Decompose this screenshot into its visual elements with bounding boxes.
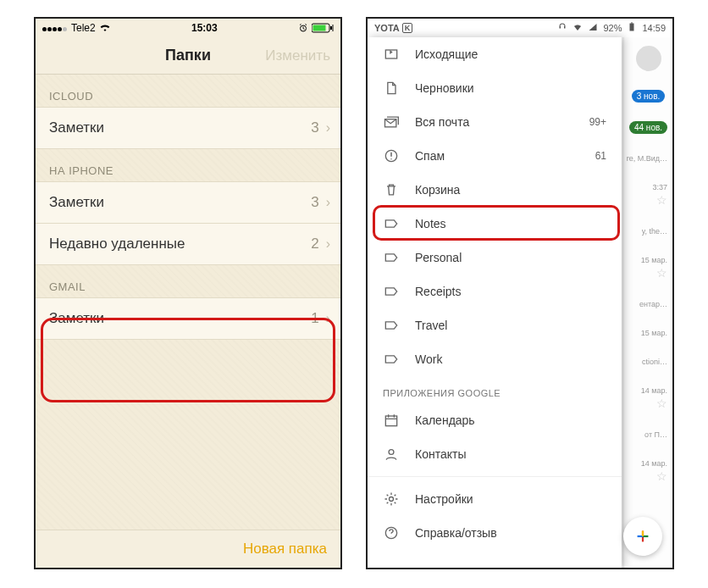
signal-dots-icon [42, 22, 68, 34]
drawer-label: Контакты [415, 447, 606, 461]
clock-label: 15:03 [191, 22, 218, 34]
drawer-label: Черновики [415, 81, 606, 95]
label-icon [383, 351, 400, 368]
spam-icon [383, 147, 400, 164]
folder-label: Недавно удаленные [49, 236, 311, 252]
drawer-count: 99+ [589, 116, 606, 128]
svg-rect-2 [313, 25, 325, 31]
folder-iphone-deleted[interactable]: Недавно удаленные 2 › [36, 223, 340, 265]
star-icon: ☆ [656, 397, 667, 410]
label-icon [383, 215, 400, 232]
drawer-label: Корзина [415, 183, 606, 197]
battery-percent: 92% [603, 23, 622, 33]
clock-label: 14:59 [642, 23, 666, 33]
divider [368, 476, 622, 477]
chevron-right-icon: › [326, 120, 330, 136]
folder-count: 3 [311, 194, 318, 211]
trash-icon [383, 181, 400, 198]
drawer-item-trash[interactable]: Корзина [368, 173, 622, 207]
drawer-header-apps: ПРИЛОЖЕНИЯ GOOGLE [368, 376, 622, 403]
label-icon [383, 249, 400, 266]
drawer-label: Справка/отзыв [415, 526, 606, 540]
star-icon: ☆ [656, 266, 667, 280]
drawer-item-drafts[interactable]: Черновики [368, 71, 622, 105]
svg-point-10 [389, 450, 394, 455]
drawer-label: Personal [415, 251, 606, 264]
drawer-item-calendar[interactable]: Календарь [368, 403, 622, 437]
svg-rect-4 [630, 24, 634, 31]
folder-count: 1 [311, 310, 318, 327]
svg-rect-9 [385, 416, 396, 426]
star-icon: ☆ [656, 193, 667, 207]
drawer-label: Вся почта [415, 115, 574, 129]
compose-fab[interactable] [623, 517, 662, 556]
k-icon: K [402, 23, 413, 33]
android-status-bar: YOTA K 92% 14:59 [368, 19, 672, 37]
battery-icon [627, 22, 637, 34]
label-icon [383, 317, 400, 334]
chevron-right-icon: › [326, 236, 330, 252]
svg-point-11 [390, 497, 394, 502]
signal-icon [588, 22, 598, 34]
chevron-right-icon: › [326, 311, 330, 326]
draft-icon [383, 80, 400, 97]
drawer-label: Travel [415, 319, 606, 332]
section-header-gmail: GMAIL [36, 265, 340, 298]
drawer-item-notes[interactable]: Notes [368, 207, 622, 241]
drawer-item-receipts[interactable]: Receipts [368, 275, 622, 308]
wifi-icon [572, 22, 583, 34]
label-icon [383, 283, 400, 300]
drawer-count: 61 [595, 150, 606, 162]
drawer-item-outbox[interactable]: Исходящие [368, 37, 622, 71]
edit-button[interactable]: Изменить [265, 47, 330, 64]
drawer-label: Спам [415, 149, 580, 163]
gmail-drawer-screen: YOTA K 92% 14:59 3 нов. 44 нов. re, М.Ви [366, 17, 674, 569]
drawer-label: Исходящие [415, 47, 606, 61]
folder-label: Заметки [49, 119, 311, 136]
ios-notes-screen: Tele2 15:03 Папки Изменить ICLOUD [34, 17, 342, 569]
alarm-icon [298, 23, 308, 33]
plus-icon [633, 527, 652, 546]
ios-toolbar: Новая папка [36, 530, 340, 568]
wifi-icon [99, 24, 111, 32]
chevron-right-icon: › [326, 195, 330, 210]
gmail-drawer: Исходящие Черновики Вся почта 99+ Спам 6… [368, 37, 622, 568]
contacts-icon [383, 446, 400, 463]
folder-count: 2 [311, 236, 318, 252]
drawer-label: Work [415, 352, 606, 366]
svg-rect-3 [330, 26, 332, 30]
folder-iphone-notes[interactable]: Заметки 3 › [36, 181, 340, 224]
drawer-item-travel[interactable]: Travel [368, 308, 622, 342]
headset-icon [557, 22, 567, 34]
battery-icon [312, 23, 334, 33]
folder-label: Заметки [49, 194, 311, 211]
drawer-label: Календарь [415, 413, 606, 427]
badge-new-green: 44 нов. [629, 121, 667, 134]
folder-gmail-notes[interactable]: Заметки 1 › [36, 297, 340, 340]
drawer-item-settings[interactable]: Настройки [368, 482, 622, 516]
calendar-icon [383, 412, 400, 429]
folder-icloud-notes[interactable]: Заметки 3 › [36, 107, 340, 149]
badge-new-blue: 3 нов. [632, 90, 666, 103]
allmail-icon [383, 114, 400, 130]
avatar [636, 46, 661, 71]
carrier-label: YOTA [374, 23, 400, 33]
outbox-icon [383, 46, 400, 63]
drawer-item-work[interactable]: Work [368, 342, 622, 376]
new-folder-button[interactable]: Новая папка [243, 541, 327, 557]
drawer-label: Notes [415, 217, 606, 230]
drawer-item-help[interactable]: Справка/отзыв [368, 516, 622, 550]
drawer-item-personal[interactable]: Personal [368, 241, 622, 275]
ios-nav-bar: Папки Изменить [36, 37, 340, 75]
ios-status-bar: Tele2 15:03 [36, 19, 340, 37]
carrier-label: Tele2 [71, 22, 96, 34]
star-icon: ☆ [656, 469, 667, 483]
gear-icon [383, 491, 400, 508]
drawer-item-allmail[interactable]: Вся почта 99+ [368, 105, 622, 139]
drawer-item-contacts[interactable]: Контакты [368, 437, 622, 471]
folder-label: Заметки [49, 310, 311, 327]
page-title: Папки [165, 47, 211, 64]
drawer-item-spam[interactable]: Спам 61 [368, 139, 622, 173]
help-icon [383, 524, 400, 541]
svg-rect-5 [631, 23, 633, 24]
